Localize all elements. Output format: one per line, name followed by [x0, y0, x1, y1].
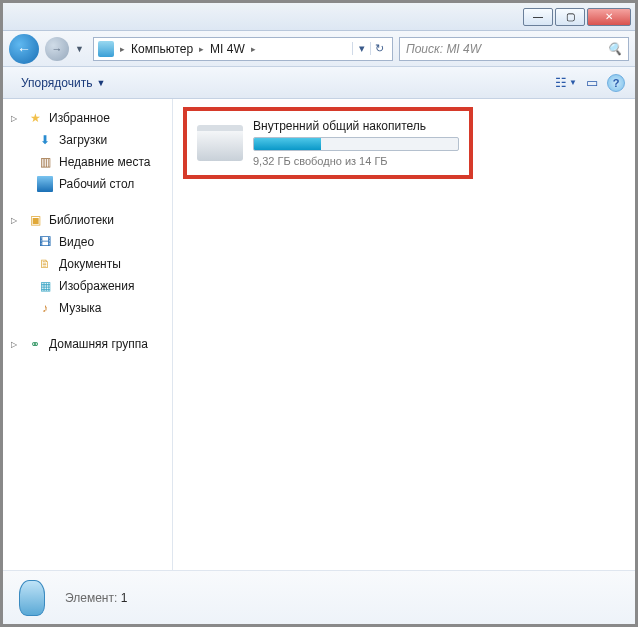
breadcrumb-computer[interactable]: Компьютер: [127, 42, 197, 56]
desktop-icon: [37, 176, 53, 192]
refresh-button[interactable]: ↻: [370, 42, 388, 55]
sidebar-libraries-label: Библиотеки: [49, 213, 114, 227]
search-icon[interactable]: 🔍: [607, 42, 622, 56]
status-text: Элемент: 1: [65, 591, 127, 605]
picture-icon: ▦: [37, 278, 53, 294]
organize-label: Упорядочить: [21, 76, 92, 90]
content-area: Внутренний общий накопитель 9,32 ГБ своб…: [173, 99, 635, 570]
drive-title: Внутренний общий накопитель: [253, 119, 459, 133]
drive-capacity-fill: [254, 138, 321, 150]
breadcrumb-device[interactable]: MI 4W: [206, 42, 249, 56]
sidebar-item-label: Музыка: [59, 301, 101, 315]
view-options-button[interactable]: ☷▼: [555, 72, 577, 94]
music-icon: ♪: [37, 300, 53, 316]
address-dropdown[interactable]: ▾: [352, 42, 370, 55]
caret-icon: ▷: [11, 216, 21, 225]
sidebar-homegroup[interactable]: ▷ ⚭ Домашняя группа: [7, 333, 168, 355]
drive-subtitle: 9,32 ГБ свободно из 14 ГБ: [253, 155, 459, 167]
maximize-button[interactable]: ▢: [555, 8, 585, 26]
forward-button[interactable]: →: [45, 37, 69, 61]
homegroup-icon: ⚭: [27, 336, 43, 352]
help-button[interactable]: ?: [607, 74, 625, 92]
sidebar-libraries[interactable]: ▷ ▣ Библиотеки: [7, 209, 168, 231]
drive-item[interactable]: Внутренний общий накопитель 9,32 ГБ своб…: [183, 107, 473, 179]
sidebar-item-videos[interactable]: 🎞Видео: [7, 231, 168, 253]
sidebar-favorites-label: Избранное: [49, 111, 110, 125]
sidebar-item-label: Недавние места: [59, 155, 150, 169]
sidebar-item-pictures[interactable]: ▦Изображения: [7, 275, 168, 297]
caret-icon: ▷: [11, 114, 21, 123]
device-status-icon: [13, 576, 51, 620]
library-icon: ▣: [27, 212, 43, 228]
chevron-down-icon: ▼: [96, 78, 105, 88]
breadcrumb-arrow[interactable]: ▸: [249, 44, 258, 54]
sidebar-item-label: Рабочий стол: [59, 177, 134, 191]
drive-icon: [197, 125, 243, 161]
navigation-pane: ▷ ★ Избранное ⬇Загрузки ▥Недавние места …: [3, 99, 173, 570]
address-bar[interactable]: ▸ Компьютер ▸ MI 4W ▸ ▾ ↻: [93, 37, 393, 61]
back-button[interactable]: ←: [9, 34, 39, 64]
sidebar-item-recent[interactable]: ▥Недавние места: [7, 151, 168, 173]
sidebar-item-music[interactable]: ♪Музыка: [7, 297, 168, 319]
download-icon: ⬇: [37, 132, 53, 148]
search-placeholder: Поиск: MI 4W: [406, 42, 607, 56]
sidebar-favorites[interactable]: ▷ ★ Избранное: [7, 107, 168, 129]
sidebar-item-label: Загрузки: [59, 133, 107, 147]
close-button[interactable]: ✕: [587, 8, 631, 26]
sidebar-item-desktop[interactable]: Рабочий стол: [7, 173, 168, 195]
minimize-button[interactable]: —: [523, 8, 553, 26]
device-icon: [98, 41, 114, 57]
sidebar-homegroup-label: Домашняя группа: [49, 337, 148, 351]
preview-pane-button[interactable]: ▭: [581, 72, 603, 94]
video-icon: 🎞: [37, 234, 53, 250]
search-input[interactable]: Поиск: MI 4W 🔍: [399, 37, 629, 61]
star-icon: ★: [27, 110, 43, 126]
caret-icon: ▷: [11, 340, 21, 349]
sidebar-item-documents[interactable]: 🗎Документы: [7, 253, 168, 275]
sidebar-item-label: Изображения: [59, 279, 134, 293]
sidebar-item-label: Документы: [59, 257, 121, 271]
history-dropdown[interactable]: ▼: [75, 44, 87, 54]
sidebar-item-label: Видео: [59, 235, 94, 249]
breadcrumb-arrow[interactable]: ▸: [197, 44, 206, 54]
recent-icon: ▥: [37, 154, 53, 170]
sidebar-item-downloads[interactable]: ⬇Загрузки: [7, 129, 168, 151]
document-icon: 🗎: [37, 256, 53, 272]
drive-capacity-bar: [253, 137, 459, 151]
breadcrumb-arrow[interactable]: ▸: [118, 44, 127, 54]
organize-button[interactable]: Упорядочить ▼: [13, 72, 113, 94]
